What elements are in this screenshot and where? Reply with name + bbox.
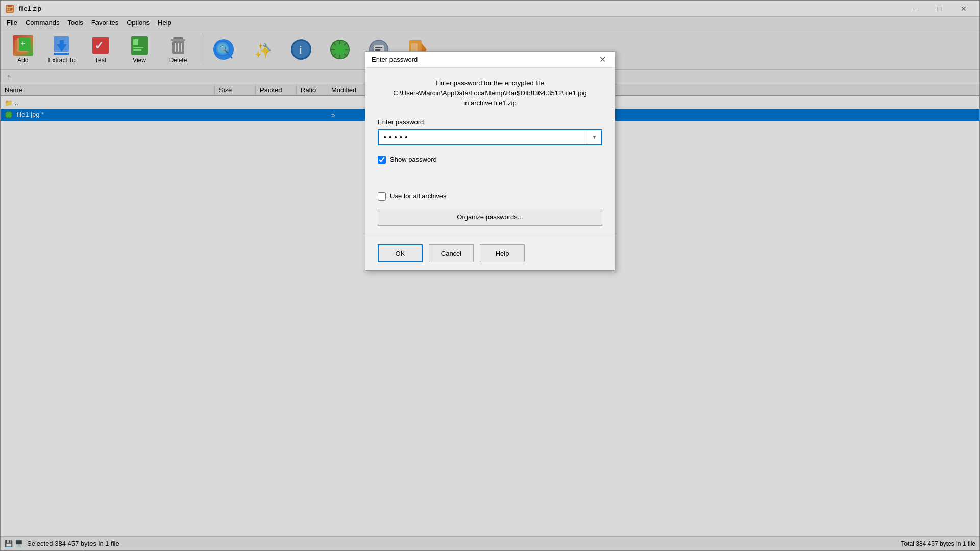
modal-overlay: Enter password ✕ Enter password for the … xyxy=(0,0,980,551)
use-all-archives-row: Use for all archives xyxy=(378,192,602,201)
dialog-description: Enter password for the encrypted file C:… xyxy=(378,78,602,108)
show-password-row: Show password xyxy=(378,156,602,164)
dialog-title: Enter password xyxy=(372,56,418,63)
password-dialog: Enter password ✕ Enter password for the … xyxy=(365,51,615,271)
dialog-close-button[interactable]: ✕ xyxy=(596,54,608,66)
desc-line1: Enter password for the encrypted file xyxy=(436,79,544,87)
cancel-button[interactable]: Cancel xyxy=(429,244,474,262)
password-input-wrapper: ▼ xyxy=(378,129,602,145)
organize-passwords-button[interactable]: Organize passwords... xyxy=(378,209,602,226)
desc-line3: in archive file1.zip xyxy=(463,99,516,107)
use-all-archives-label[interactable]: Use for all archives xyxy=(390,192,447,200)
dialog-footer: OK Cancel Help xyxy=(365,236,615,270)
use-all-archives-checkbox[interactable] xyxy=(378,192,386,201)
desc-line2: C:\Users\Marcin\AppData\Local\Temp\Rar$D… xyxy=(393,89,586,97)
show-password-label[interactable]: Show password xyxy=(390,156,437,163)
show-password-checkbox[interactable] xyxy=(378,156,386,164)
password-input[interactable] xyxy=(379,130,587,144)
ok-button[interactable]: OK xyxy=(378,244,423,262)
dialog-body: Enter password for the encrypted file C:… xyxy=(365,68,615,236)
help-button[interactable]: Help xyxy=(480,244,525,262)
dialog-title-bar: Enter password ✕ xyxy=(365,52,615,68)
password-field-label: Enter password xyxy=(378,118,602,126)
password-dropdown-arrow[interactable]: ▼ xyxy=(587,130,601,144)
